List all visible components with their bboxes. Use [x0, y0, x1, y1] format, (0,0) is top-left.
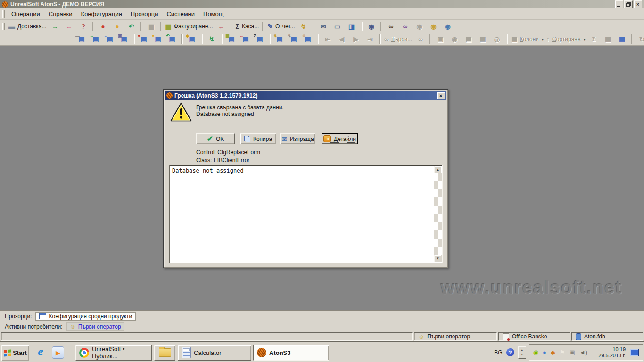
refresh-button[interactable]: ↻ — [635, 33, 644, 45]
form-forward-button[interactable]: ▤→ — [89, 33, 103, 45]
form-import-button[interactable]: ▤← — [239, 33, 253, 45]
menu-operacii[interactable]: Операции — [7, 8, 44, 19]
application-window: UnrealSoft AtonS - ДЕМО ВЕРСИЯ × Операци… — [0, 0, 644, 362]
title-bar[interactable]: UnrealSoft AtonS - ДЕМО ВЕРСИЯ × — [0, 0, 644, 8]
chart-button[interactable]: ▦ — [476, 33, 490, 45]
dialog-close-button[interactable]: × — [437, 92, 445, 99]
vertical-scrollbar[interactable]: ▲ ▼ — [434, 166, 442, 262]
export-table-button[interactable]: ◎ — [490, 33, 504, 45]
menu-bar: ОперацииСправкиКонфигурацияПрозорциСисте… — [0, 8, 644, 20]
undo-home-button[interactable]: ↶ — [124, 21, 139, 32]
volume-tray-icon[interactable]: ◄) — [579, 349, 587, 355]
start-button[interactable]: Start — [1, 345, 29, 361]
ok-button[interactable]: ✔ OK — [196, 133, 235, 144]
preview-button[interactable]: ◉ — [447, 33, 462, 45]
menu-sistemni[interactable]: Системни — [162, 8, 199, 19]
doc-return-button[interactable]: ← — [62, 21, 76, 32]
nav-last-button[interactable]: ⇥ — [363, 33, 377, 45]
taskbar-item-atons3[interactable]: AtonS3 — [253, 345, 329, 361]
document-search-button[interactable]: ◉ — [427, 21, 441, 32]
wallet-button[interactable]: ▭ — [330, 21, 345, 32]
details-textbox[interactable]: Database not assigned ▲ ▼ — [169, 165, 443, 263]
exit-button[interactable]: ◨ — [345, 21, 359, 32]
taskbar-item-unrealsoft[interactable]: UnrealSoft • Публик... — [75, 345, 152, 361]
form-exec-button[interactable]: ▤↯ — [272, 33, 287, 45]
payment-check-button[interactable]: ▦ — [144, 21, 158, 32]
scroll-down-button[interactable]: ▼ — [434, 255, 441, 262]
history-search-button[interactable]: ◉ — [413, 21, 427, 32]
send-button[interactable]: ✉ Изпраща — [280, 133, 315, 144]
language-indicator[interactable]: BG — [490, 349, 506, 356]
tarsi-add-button[interactable]: ∞ — [413, 33, 428, 45]
invoice-import-button[interactable]: ← — [215, 21, 229, 32]
doc-forward-button[interactable]: → — [48, 21, 62, 32]
binoculars-button[interactable]: ∞ — [384, 21, 398, 32]
execute-button[interactable]: ↯ — [205, 33, 219, 45]
menu-spravki[interactable]: Справки — [44, 8, 77, 19]
otchet-button[interactable]: ✎Отчет... — [266, 21, 296, 32]
form-red-button[interactable]: ▤● — [137, 33, 151, 45]
print-button[interactable]: ▤ — [462, 33, 476, 45]
doc-order-query-button[interactable]: ? — [76, 21, 91, 32]
sum-button[interactable]: Σ — [587, 33, 601, 45]
help-icon[interactable]: ? — [506, 348, 514, 356]
copy-button[interactable]: Копира — [240, 133, 276, 144]
form-sum-button[interactable]: ▤Σ — [253, 33, 267, 45]
show-desktop-icon[interactable] — [630, 349, 639, 356]
minimize-button[interactable] — [615, 0, 623, 8]
mail-button[interactable]: ✉ — [316, 21, 330, 32]
windows-logo-icon — [4, 349, 11, 356]
fakturirane-button[interactable]: ▤Фактуриране... — [164, 21, 215, 32]
restore-button[interactable] — [624, 0, 633, 8]
menu-konfiguracia[interactable]: Конфигурация — [77, 8, 126, 19]
form-users-button[interactable]: ▤☺ — [301, 33, 315, 45]
form-dostavka-button[interactable]: ▤▬ — [74, 33, 89, 45]
dostavka-button[interactable]: ▬Доставка... — [7, 21, 48, 32]
security-alert-tray-icon[interactable]: ◆ — [551, 349, 555, 355]
network-status-tray-icon[interactable]: ● — [543, 349, 546, 355]
report-exec-button[interactable]: ↯ — [297, 21, 311, 32]
active-user-item[interactable]: ☺ Първи оператор — [66, 322, 124, 331]
node-red-button[interactable]: ● — [96, 21, 110, 32]
flag-tray-icon[interactable]: ⚑ — [560, 349, 565, 355]
sortirane-button[interactable]: ↕Сортиране▾ — [545, 33, 587, 45]
menu-pomosht[interactable]: Помощ — [199, 8, 228, 19]
menu-prozorci[interactable]: Прозорци — [126, 8, 163, 19]
network-drive-tray-icon[interactable]: ▣ — [570, 349, 575, 355]
form-undo-button[interactable]: ▤↶ — [165, 33, 179, 45]
form-yellow-button[interactable]: ▤● — [151, 33, 165, 45]
details-button[interactable]: « Детайли — [322, 133, 358, 144]
window-tab-config-products[interactable]: Конфигурация сродни продукти — [35, 312, 136, 321]
kasa-button[interactable]: ΣКаса... — [234, 21, 261, 32]
taskbar-item-calculator[interactable]: Calculator — [178, 345, 251, 361]
dialog-title-bar[interactable]: Грешка (AtonS3 1.2.1579.1912) × — [165, 91, 446, 100]
media-player-icon[interactable]: ▶ — [52, 346, 64, 359]
exec-search-button[interactable]: ▤↯ — [287, 33, 301, 45]
nvidia-tray-icon[interactable]: ◉ — [533, 349, 538, 355]
taskbar-item-folder[interactable] — [154, 345, 175, 361]
nav-next-button[interactable]: ▶ — [349, 33, 363, 45]
form-open-button[interactable]: ▤← — [103, 33, 117, 45]
node-yellow-button[interactable]: ● — [110, 21, 124, 32]
koloni-button[interactable]: ▦Колони▾ — [510, 33, 545, 45]
scroll-up-button[interactable]: ▲ — [434, 166, 441, 173]
toolbar-gripper — [2, 10, 5, 18]
binoculars-category-button[interactable]: ∞ — [398, 21, 413, 32]
tarsi-button[interactable]: ∞Търси... — [383, 33, 413, 45]
tray-expand-button[interactable]: ▴▾ — [518, 346, 526, 359]
internet-explorer-icon[interactable]: e — [34, 345, 47, 359]
save-button[interactable]: ▣ — [433, 33, 447, 45]
form-grid-button[interactable]: ▤▦ — [224, 33, 239, 45]
calendar-button[interactable]: ▦ — [615, 33, 629, 45]
nav-first-button[interactable]: ⇤ — [321, 33, 335, 45]
window-search-button[interactable]: ◉ — [441, 21, 455, 32]
error-message-line2: Database not assigned — [196, 111, 284, 117]
copy-icon — [244, 136, 250, 142]
search-window-button[interactable]: ◉ — [364, 21, 379, 32]
clock[interactable]: 10:19 29.5.2013 г. — [592, 346, 626, 359]
grid-lines-button[interactable]: ▦ — [601, 33, 615, 45]
form-copy-button[interactable]: ▤▣ — [117, 33, 131, 45]
nav-prev-button[interactable]: ◀ — [335, 33, 349, 45]
close-button[interactable]: × — [634, 0, 642, 8]
form-gem-button[interactable]: ▤◆ — [185, 33, 199, 45]
